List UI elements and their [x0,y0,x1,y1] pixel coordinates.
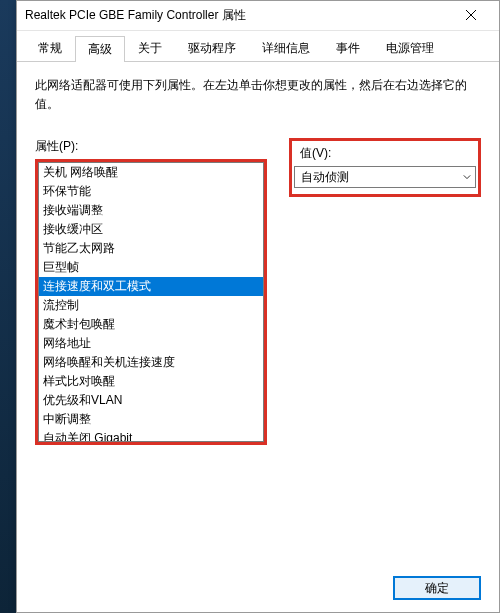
chevron-down-icon [463,170,471,184]
tab-2[interactable]: 关于 [125,35,175,61]
tab-content-advanced: 此网络适配器可使用下列属性。在左边单击你想更改的属性，然后在右边选择它的值。 属… [17,62,499,612]
property-item[interactable]: 环保节能 [39,182,263,201]
property-item[interactable]: 接收缓冲区 [39,220,263,239]
close-button[interactable] [451,2,491,30]
property-item[interactable]: 魔术封包唤醒 [39,315,263,334]
tab-6[interactable]: 电源管理 [373,35,447,61]
property-label: 属性(P): [35,138,267,155]
desktop-left-edge [0,0,16,613]
property-item[interactable]: 接收端调整 [39,201,263,220]
property-item[interactable]: 自动关闭 Gigabit [39,429,263,442]
property-item[interactable]: 中断调整 [39,410,263,429]
value-label: 值(V): [300,145,470,162]
properties-dialog: Realtek PCIe GBE Family Controller 属性 常规… [16,0,500,613]
property-item[interactable]: 节能乙太网路 [39,239,263,258]
property-item[interactable]: 巨型帧 [39,258,263,277]
window-title: Realtek PCIe GBE Family Controller 属性 [25,7,451,24]
tab-4[interactable]: 详细信息 [249,35,323,61]
property-item[interactable]: 流控制 [39,296,263,315]
ok-button[interactable]: 确定 [393,576,481,600]
value-highlight: 值(V): 自动侦测 [289,138,481,197]
close-icon [466,9,476,23]
tab-5[interactable]: 事件 [323,35,373,61]
ok-button-label: 确定 [425,580,449,597]
property-column: 属性(P): 关机 网络唤醒环保节能接收端调整接收缓冲区节能乙太网路巨型帧连接速… [35,138,267,445]
tab-1[interactable]: 高级 [75,36,125,62]
property-listbox-highlight: 关机 网络唤醒环保节能接收端调整接收缓冲区节能乙太网路巨型帧连接速度和双工模式流… [35,159,267,445]
property-item[interactable]: 优先级和VLAN [39,391,263,410]
property-listbox[interactable]: 关机 网络唤醒环保节能接收端调整接收缓冲区节能乙太网路巨型帧连接速度和双工模式流… [38,162,264,442]
value-column: 值(V): 自动侦测 [289,138,481,445]
tab-0[interactable]: 常规 [25,35,75,61]
property-item[interactable]: 网络地址 [39,334,263,353]
property-item[interactable]: 网络唤醒和关机连接速度 [39,353,263,372]
titlebar: Realtek PCIe GBE Family Controller 属性 [17,1,499,31]
dialog-button-row: 确定 [393,576,481,600]
instruction-text: 此网络适配器可使用下列属性。在左边单击你想更改的属性，然后在右边选择它的值。 [35,76,481,114]
tab-3[interactable]: 驱动程序 [175,35,249,61]
property-item[interactable]: 关机 网络唤醒 [39,163,263,182]
tab-strip: 常规高级关于驱动程序详细信息事件电源管理 [17,31,499,62]
property-item[interactable]: 样式比对唤醒 [39,372,263,391]
property-value-row: 属性(P): 关机 网络唤醒环保节能接收端调整接收缓冲区节能乙太网路巨型帧连接速… [35,138,481,445]
property-item[interactable]: 连接速度和双工模式 [39,277,263,296]
value-selected-text: 自动侦测 [301,169,349,186]
value-dropdown[interactable]: 自动侦测 [294,166,476,188]
